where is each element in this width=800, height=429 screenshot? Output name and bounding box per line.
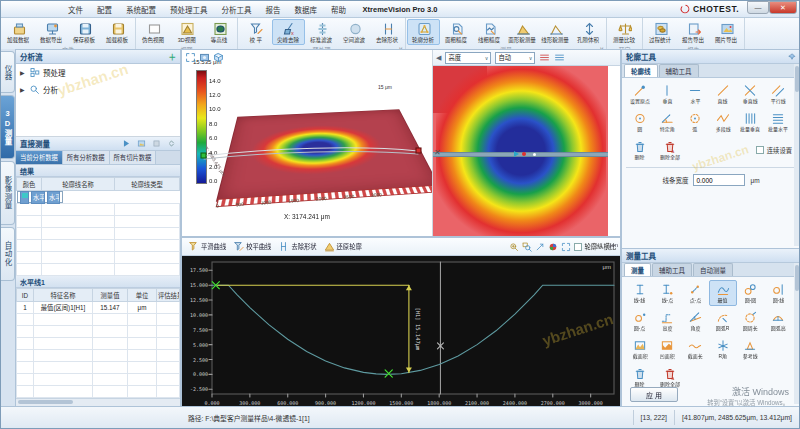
chart-toolbar-button[interactable]: 校平曲线 (231, 240, 273, 253)
tool-cell[interactable]: 水平 (681, 81, 709, 107)
line-width-input[interactable] (693, 174, 745, 186)
fit-view-icon[interactable] (185, 52, 196, 63)
minimize-button[interactable]: — (747, 1, 769, 14)
cube-view-icon[interactable] (213, 52, 224, 63)
data-tab[interactable]: 所有切片数据 (110, 151, 157, 164)
menu-item[interactable]: 分析工具 (215, 4, 259, 15)
ribbon-item[interactable]: 校 平 (239, 19, 272, 45)
ribbon-item[interactable]: 等高线 (203, 19, 236, 45)
ribbon-item[interactable]: 去除形状 (371, 19, 404, 45)
checkbox[interactable] (756, 146, 764, 154)
tool-cell[interactable]: A删除全部 (656, 137, 684, 163)
panel-tab[interactable]: 辅助工具 (652, 263, 692, 276)
table-row-empty[interactable] (17, 264, 180, 276)
ribbon-item[interactable]: 面粗糙度 (440, 19, 473, 45)
ribbon-item[interactable]: 加载数据 (2, 19, 35, 45)
table-row[interactable]: 1最值(区间)1[H1]15.147μm (17, 302, 180, 314)
tool-cell[interactable]: 垂直 (654, 81, 682, 107)
side-tab[interactable]: 仪器 (1, 51, 15, 93)
chart-toolbar-button[interactable]: 还原轮廓 (322, 240, 364, 253)
table-row-empty[interactable] (17, 362, 180, 374)
menu-item[interactable]: 报告 (259, 4, 288, 15)
scale-mode-select[interactable]: 自动∨ (495, 52, 535, 64)
tree-item[interactable]: ▶预处理 (16, 64, 180, 81)
panel-tab[interactable]: 自动测量 (693, 263, 733, 276)
menu-item[interactable]: 系统配置 (119, 4, 163, 15)
play-icon[interactable] (122, 139, 131, 148)
data-tab[interactable]: 当前分析数据 (16, 151, 63, 164)
chart-toolbar-button[interactable]: 去除形状 (276, 240, 318, 253)
layer-select[interactable]: 高度∨ (445, 52, 491, 64)
zoom-in-icon[interactable] (509, 242, 519, 252)
collapse-icon[interactable]: ◀ (436, 54, 441, 62)
table-row-empty[interactable] (17, 240, 180, 252)
table-row-empty[interactable] (17, 216, 180, 228)
tool-cell[interactable]: 圆-线 (764, 280, 792, 306)
tool-cell[interactable]: 圆-圆 (737, 280, 765, 306)
tool-cell[interactable]: 截面积 (626, 336, 654, 362)
capture-icon[interactable] (199, 52, 210, 63)
tool-cell[interactable]: 圆 (626, 109, 654, 135)
table-row-empty[interactable] (17, 386, 180, 398)
close-button[interactable]: ✕ (769, 1, 797, 14)
table-row[interactable]: 水平线1水平线 (17, 191, 63, 203)
line-handle-x[interactable]: ✕ (434, 149, 441, 157)
ribbon-item[interactable]: 测量比较 (608, 19, 641, 45)
ribbon-item[interactable]: 加载模板 (101, 19, 134, 45)
tool-cell[interactable]: 凹面积 (654, 336, 682, 362)
apply-button[interactable]: 应 用 (630, 387, 678, 402)
ribbon-item[interactable]: 过程统计 (644, 19, 677, 45)
pin-icon[interactable] (788, 53, 796, 61)
tool-cell[interactable]: 设置原点 (626, 81, 654, 107)
ribbon-item[interactable]: 标准滤波 (305, 19, 338, 45)
tool-cell[interactable]: 高度 (654, 308, 682, 334)
ribbon-item[interactable]: 面形貌测量 (506, 19, 539, 45)
blue-levels-icon[interactable] (554, 52, 565, 63)
table-row-empty[interactable] (17, 350, 180, 362)
ribbon-item[interactable]: 报告导出 (677, 19, 710, 45)
tree-item[interactable]: ▶分析 (16, 81, 180, 98)
side-tab[interactable]: 影像测量 (1, 161, 15, 225)
table-row-empty[interactable] (17, 326, 180, 338)
ribbon-item[interactable]: 保存模板 (68, 19, 101, 45)
measure-tools-scrollbar[interactable] (794, 263, 799, 404)
tool-cell[interactable]: 平行线 (764, 81, 792, 107)
ribbon-item[interactable]: 空间滤波 (338, 19, 371, 45)
ribbon-item[interactable]: 线粗糙度 (473, 19, 506, 45)
snapshot-icon[interactable] (137, 139, 146, 148)
line-endpoint-green[interactable] (201, 153, 206, 158)
profile-extraction-line-3d[interactable] (200, 142, 425, 172)
menu-item[interactable]: 配置 (90, 4, 119, 15)
add-icon[interactable]: ＋ (169, 51, 177, 62)
chart-toolbar-button[interactable]: 平滑曲线 (186, 240, 228, 253)
tool-cell[interactable]: 最值 (709, 280, 737, 306)
table-row-empty[interactable] (17, 338, 180, 350)
line-endpoint-red[interactable] (416, 148, 421, 153)
ribbon-item[interactable]: 线形貌测量 (539, 19, 572, 45)
ribbon-item[interactable]: 3D视图 (170, 19, 203, 45)
menu-item[interactable]: 帮助 (324, 4, 353, 15)
panel-tab[interactable]: 测量 (624, 263, 651, 276)
tree-expand-icon[interactable]: ▶ (20, 69, 26, 76)
tool-cell[interactable]: 垂直线 (737, 81, 765, 107)
side-tab[interactable]: 3D测量 (1, 95, 15, 159)
fit-icon[interactable] (561, 242, 571, 252)
tool-cell[interactable]: 截面长 (681, 336, 709, 362)
tool-cell[interactable]: 角度 (681, 308, 709, 334)
top-view-image[interactable]: ✕ (433, 65, 608, 236)
palette-icon[interactable] (548, 242, 558, 252)
line-point-dot[interactable] (533, 153, 536, 156)
table-row-empty[interactable] (17, 228, 180, 240)
menu-item[interactable]: 预处理工具 (163, 4, 215, 15)
pan-icon[interactable] (535, 242, 545, 252)
tool-cell[interactable]: 圆弧高 (764, 308, 792, 334)
view-2d[interactable]: ◀ 高度∨ 自动∨ ✕ (433, 50, 620, 236)
tool-cell[interactable]: 线-点 (654, 280, 682, 306)
zoom-select-icon[interactable] (522, 242, 532, 252)
ribbon-item[interactable]: 孔隙体积 (572, 19, 605, 45)
tool-cell[interactable]: 圆-点 (626, 308, 654, 334)
tool-cell[interactable]: 删除 (626, 137, 654, 163)
table-row-empty[interactable] (17, 252, 180, 264)
tree-expand-icon[interactable]: ▶ (20, 86, 26, 93)
expand-icon[interactable] (167, 139, 176, 148)
